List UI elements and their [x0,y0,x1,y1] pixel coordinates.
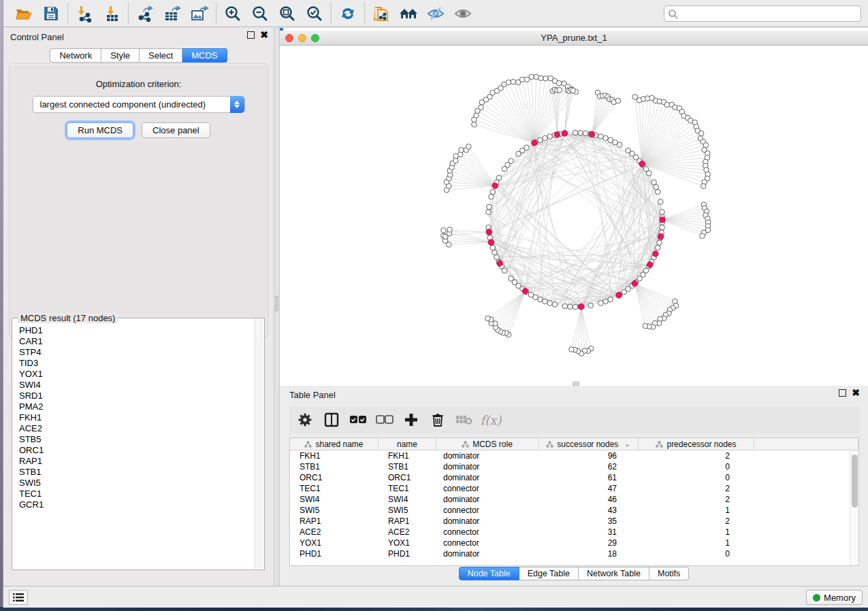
delete-table-icon [455,414,473,426]
table-row[interactable]: ORC1ORC1dominator610 [290,472,858,483]
run-mcds-button[interactable]: Run MCDS [67,122,133,138]
houses-button[interactable] [395,2,422,25]
zoom-out-button[interactable] [246,2,274,25]
splitter-grip[interactable] [275,296,278,311]
task-history-button[interactable] [9,590,28,605]
select-all-columns-button[interactable] [348,410,368,430]
network-title: YPA_prune.txt_1 [280,31,868,43]
cell-name: FKH1 [379,450,436,461]
import-network-button[interactable] [71,2,98,25]
table-row[interactable]: TEC1TEC1connector472 [290,483,858,494]
mcds-list-scrollbar[interactable] [255,319,263,569]
optimization-criterion-select[interactable]: largest connected component (undirected) [33,96,245,113]
zoom-selected-button[interactable] [301,2,328,25]
mcds-result-item[interactable]: YOX1 [19,369,255,380]
mcds-result-item[interactable]: PMA2 [19,401,255,412]
zoom-in-button[interactable] [219,2,246,25]
network-canvas[interactable] [280,46,868,386]
save-session-button[interactable] [37,2,65,25]
select-stepper-icon [230,96,244,113]
network-from-selection-button[interactable] [368,2,395,25]
mcds-result-item[interactable]: SWI5 [19,478,255,489]
table-row[interactable]: SWI4SWI4dominator462 [290,494,858,505]
search-input[interactable] [681,7,858,20]
export-image-button[interactable] [186,2,213,25]
show-graphics-details-button[interactable] [449,2,477,25]
zoom-fit-button[interactable] [274,2,301,25]
mcds-result-item[interactable]: STB1 [19,467,255,478]
table-row[interactable]: RAP1RAP1dominator352 [290,516,858,527]
cell-shared-name: STB1 [290,461,379,472]
float-panel-icon[interactable] [839,389,846,397]
close-panel-icon[interactable]: ✖ [852,389,860,397]
delete-column-button[interactable] [428,410,448,430]
export-network-button[interactable] [131,2,159,25]
mcds-result-item[interactable]: ORC1 [19,445,255,456]
tab-motifs[interactable]: Motifs [649,567,689,580]
mcds-result-item[interactable]: GCR1 [19,499,255,510]
create-column-button[interactable] [401,410,421,430]
scrollbar-thumb[interactable] [852,455,858,508]
export-table-button[interactable] [159,2,186,25]
mcds-result-item[interactable]: ACE2 [19,423,255,434]
table-row[interactable]: ACE2ACE2connector311 [290,527,858,538]
table-row[interactable]: PHD1PHD1dominator180 [290,548,858,559]
cell-mcds-role: dominator [436,516,539,527]
apply-layout-button[interactable] [334,2,361,25]
minimize-window-icon[interactable] [298,34,306,42]
column-header-successor-nodes[interactable]: successor nodes⌄ [539,438,639,450]
hide-graphics-details-button[interactable] [422,2,449,25]
mcds-result-item[interactable]: PHD1 [19,325,255,336]
delete-table-button[interactable] [454,410,475,430]
mcds-result-item[interactable]: TID3 [19,358,255,369]
table-settings-button[interactable] [295,410,315,430]
zoom-out-icon [251,5,269,22]
cell-predecessor-nodes: 0 [639,472,754,483]
close-panel-icon[interactable]: ✖ [260,31,268,39]
network-window-titlebar[interactable]: YPA_prune.txt_1 [280,31,868,46]
tab-network-table[interactable]: Network Table [579,567,649,580]
close-window-icon[interactable] [285,34,293,42]
cell-successor-nodes: 18 [539,548,639,559]
mcds-result-item[interactable]: FKH1 [19,412,255,423]
maximize-window-icon[interactable] [311,34,319,42]
cell-shared-name: TEC1 [290,483,379,494]
table-scrollbar[interactable] [850,450,858,565]
table-row[interactable]: STB1STB1dominator620 [290,461,858,472]
memory-button[interactable]: Memory [806,590,863,605]
float-panel-icon[interactable] [247,31,255,39]
tab-edge-table[interactable]: Edge Table [519,567,579,580]
tab-node-table[interactable]: Node Table [459,567,519,580]
close-panel-button[interactable]: Close panel [142,122,210,138]
column-header-shared-name[interactable]: shared name [290,438,379,450]
mcds-result-item[interactable]: STB5 [19,434,255,445]
tab-mcds[interactable]: MCDS [182,48,227,63]
mcds-result-item[interactable]: CAR1 [19,336,255,347]
tab-style[interactable]: Style [101,48,140,63]
mcds-result-item[interactable]: STP4 [19,347,255,358]
import-table-button[interactable] [98,2,125,25]
mcds-result-item[interactable]: TEC1 [19,489,255,499]
table-row[interactable]: FKH1FKH1dominator962 [290,450,858,461]
table-row[interactable]: YOX1YOX1connector291 [290,538,858,548]
table-row[interactable]: SWI5SWI5connector431 [290,505,858,516]
tab-network[interactable]: Network [50,48,101,63]
cell-predecessor-nodes: 1 [639,527,754,538]
cell-mcds-role: connector [436,538,539,548]
mcds-result-item[interactable]: SWI4 [19,380,255,391]
column-header-predecessor-nodes[interactable]: predecessor nodes [639,438,754,450]
cell-shared-name: FKH1 [290,450,379,461]
mcds-result-item[interactable]: RAP1 [19,456,255,467]
table-panel: Table Panel ✖ [280,386,868,586]
cell-successor-nodes: 62 [539,461,639,472]
deselect-all-columns-button[interactable] [374,410,395,430]
column-header-MCDS-role[interactable]: MCDS role [436,438,539,450]
open-session-button[interactable] [10,2,37,25]
show-columns-button[interactable] [321,410,342,430]
mcds-result-item[interactable]: SRD1 [19,391,255,401]
cell-name: SWI5 [379,505,436,516]
vertical-splitter[interactable] [274,28,280,586]
tab-select[interactable]: Select [140,48,182,63]
function-builder-button[interactable]: f(x) [481,410,501,430]
column-header-name[interactable]: name [379,438,436,450]
